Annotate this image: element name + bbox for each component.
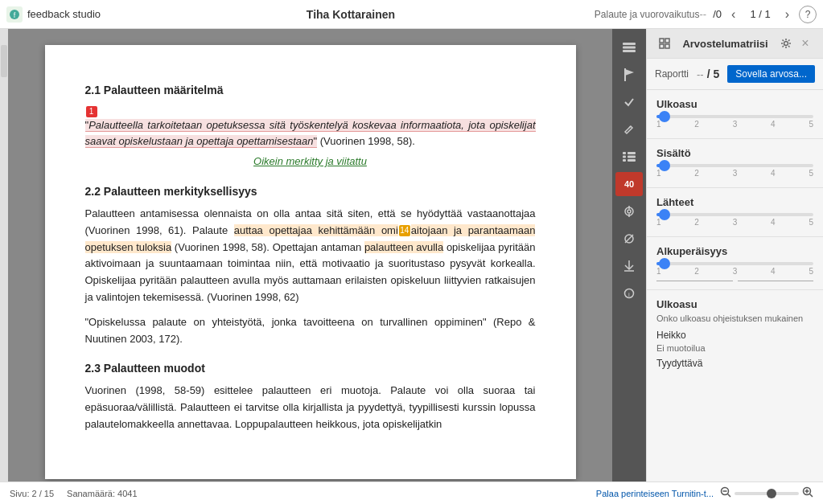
svg-point-15 <box>628 210 631 213</box>
slider-sisalto: 1 2 3 4 5 <box>656 164 813 178</box>
slider-label-4-sisalto: 4 <box>771 169 776 178</box>
slider-thumb-alkuperaisyys[interactable] <box>659 258 670 269</box>
slider-label-end-sisalto: 5 <box>809 169 813 178</box>
score-zero: /0 <box>713 8 722 20</box>
slider-label-end-lahteet: 5 <box>809 218 813 227</box>
criterion-lahteet: Lähteet 1 2 3 4 5 <box>647 188 823 237</box>
svg-rect-8 <box>623 152 626 154</box>
svg-point-28 <box>784 42 788 46</box>
sidebar-list-button[interactable] <box>615 145 643 169</box>
panel-close-button[interactable]: × <box>796 34 815 53</box>
apply-score-label: Sovella arvosa... <box>735 68 807 80</box>
close-icon: × <box>801 36 809 51</box>
report-score: -- / 5 <box>697 68 719 80</box>
apply-score-button[interactable]: Sovella arvosa... <box>727 65 815 83</box>
sidebar-download-button[interactable] <box>615 254 643 278</box>
section-2-2-heading: 2.2 Palautteen merkityksellisyys <box>85 185 536 198</box>
panel-expand-button[interactable] <box>655 34 674 53</box>
slider-track-sisalto <box>656 164 813 167</box>
svg-rect-24 <box>660 39 664 43</box>
svg-rect-12 <box>623 159 626 162</box>
zoom-out-button[interactable] <box>720 486 731 501</box>
slider-label-4-lahteet: 4 <box>771 218 776 227</box>
bottom-right: Palaa perinteiseen Turnitin-t... <box>596 486 813 501</box>
sidebar-info-button[interactable]: i <box>615 281 643 305</box>
highlighted-quote: "Palautteella tarkoitetaan opetuksessa s… <box>85 119 536 149</box>
criterion-alkuperaisyys: Alkuperäisyys 1 2 3 4 5 <box>647 237 823 290</box>
section-2-3-heading: 2.3 Palautteen muodot <box>85 362 536 375</box>
right-panel: Arvostelumatriisi × Raportti -- / 5 <box>646 29 823 481</box>
bottombar: Sivu: 2 / 15 Sanamäärä: 4041 Palaa perin… <box>0 481 823 504</box>
svg-rect-3 <box>623 47 636 49</box>
slider-label-start-alkuperaisyys: 1 <box>656 267 661 276</box>
slider-label-4-alkuperaisyys: 4 <box>771 267 776 276</box>
badge-1: 1 <box>86 106 97 117</box>
sidebar-edit-button[interactable] <box>615 117 643 141</box>
info-level1-desc: Ei muotoilua <box>656 343 813 353</box>
svg-rect-26 <box>660 44 664 48</box>
panel-header: Arvostelumatriisi × <box>647 29 823 59</box>
score-max-label: / 5 <box>707 68 720 80</box>
criterion-sisalto: Sisältö 1 2 3 4 5 <box>647 139 823 188</box>
svg-line-7 <box>629 126 631 128</box>
slider-alkuperaisyys: 1 2 3 4 5 <box>656 262 813 276</box>
svg-rect-9 <box>628 152 636 154</box>
info-level2: Tyydyttävä <box>656 358 813 369</box>
citation-link[interactable]: Oikein merkitty ja viitattu <box>253 155 367 167</box>
slider-label-3-lahteet: 3 <box>733 218 738 227</box>
report-row: Raportti -- / 5 Sovella arvosa... <box>655 65 815 83</box>
sidebar-check-button[interactable] <box>615 90 643 114</box>
section-2-3-heading-text: 2.3 Palautteen muodot <box>85 362 205 375</box>
nav-next-button[interactable]: › <box>782 6 792 23</box>
slider-label-2-ulkoasu: 2 <box>694 120 699 129</box>
topbar-controls: -- /0 ‹ 1 / 1 › ? <box>700 6 817 23</box>
slider-thumb-sisalto[interactable] <box>659 160 670 171</box>
svg-rect-25 <box>665 39 669 43</box>
bottom-left: Sivu: 2 / 15 Sanamäärä: 4041 <box>10 489 138 498</box>
nav-prev-button[interactable]: ‹ <box>728 6 739 23</box>
section-2-2-heading-text: 2.2 Palautteen merkityksellisyys <box>85 185 257 198</box>
slider-label-3-alkuperaisyys: 3 <box>733 267 738 276</box>
help-button[interactable]: ? <box>799 6 817 23</box>
sidebar-flag-button[interactable] <box>615 63 643 87</box>
criterion-alkuperaisyys-title: Alkuperäisyys <box>656 245 813 257</box>
section-2-3-para1: Vuorinen (1998, 58-59) esittelee palautt… <box>85 383 536 432</box>
panel-settings-button[interactable] <box>776 34 796 53</box>
slider-thumb-ulkoasu[interactable] <box>659 111 670 122</box>
svg-rect-11 <box>628 156 636 158</box>
word-count: Sanamäärä: 4041 <box>67 489 137 498</box>
slider-label-3-ulkoasu: 3 <box>733 120 738 129</box>
section-2-2-quote: "Opiskelussa palaute on yhteistyötä, jon… <box>85 314 536 348</box>
sidebar-filter-button[interactable] <box>615 227 643 251</box>
svg-rect-10 <box>623 156 626 158</box>
back-link[interactable]: Palaa perinteiseen Turnitin-t... <box>596 489 714 498</box>
sidebar-layers-button[interactable] <box>615 35 643 59</box>
sidebar-score-value: 40 <box>624 179 634 189</box>
zoom-in-button[interactable] <box>802 486 813 501</box>
svg-line-30 <box>728 494 731 497</box>
slider-label-3-sisalto: 3 <box>733 169 738 178</box>
sidebar-target-button[interactable] <box>615 199 643 223</box>
criterion-ulkoasu: Ulkoasu 1 2 3 4 5 <box>647 90 823 139</box>
left-sidebar <box>0 29 8 481</box>
sidebar-score-button[interactable]: 40 <box>615 172 643 196</box>
zoom-thumb[interactable] <box>767 489 776 498</box>
slider-track-lahteet <box>656 213 813 216</box>
page-indicator: 1 / 1 <box>745 8 775 20</box>
left-tab[interactable] <box>1 45 7 77</box>
slider-lahteet: 1 2 3 4 5 <box>656 213 813 227</box>
slider-label-start-sisalto: 1 <box>656 169 661 178</box>
svg-rect-4 <box>623 50 636 52</box>
zoom-controls <box>720 486 813 501</box>
app-name: feedback studio <box>27 8 101 20</box>
highlight-orange-3: palautteen avulla <box>364 241 443 253</box>
slider-label-start-lahteet: 1 <box>656 218 661 227</box>
criterion-ulkoasu-title: Ulkoasu <box>656 98 813 110</box>
section-2-1-quote: "Palautteella tarkoitetaan opetuksessa s… <box>85 117 536 151</box>
zoom-slider[interactable] <box>735 492 799 495</box>
slider-labels-alkuperaisyys: 1 2 3 4 5 <box>656 267 813 276</box>
slider-track-alkuperaisyys <box>656 262 813 265</box>
slider-thumb-lahteet[interactable] <box>659 209 670 220</box>
highlight-orange-1: auttaa opettajaa kehittämään omi <box>234 224 398 236</box>
score-dash-label: -- <box>697 68 704 80</box>
